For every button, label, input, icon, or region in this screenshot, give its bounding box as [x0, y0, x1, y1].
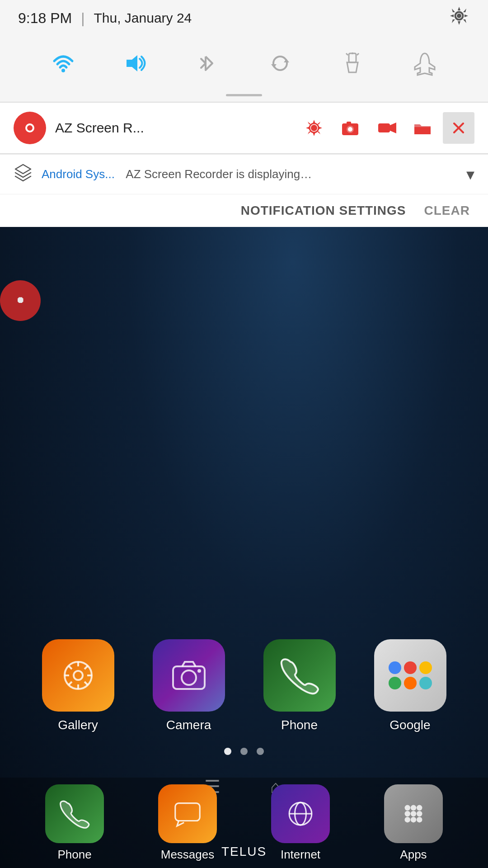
- quick-settings: [0, 36, 488, 90]
- chevron-down-icon[interactable]: ▾: [466, 165, 474, 184]
- settings-gear-icon[interactable]: [448, 5, 470, 31]
- az-screenshot-btn[interactable]: [334, 112, 366, 144]
- svg-rect-15: [175, 803, 200, 821]
- az-action-icons: [298, 112, 474, 144]
- gallery-icon: [42, 639, 114, 712]
- svg-point-22: [405, 811, 410, 816]
- az-settings-btn[interactable]: [298, 112, 330, 144]
- dock-apps-icon: [384, 784, 443, 843]
- app-gallery[interactable]: Gallery: [27, 639, 129, 732]
- carrier-name: TELUS: [221, 844, 267, 859]
- svg-point-30: [457, 14, 461, 18]
- az-folder-btn[interactable]: [407, 112, 438, 144]
- svg-rect-49: [378, 123, 390, 132]
- camera-label: Camera: [166, 718, 211, 732]
- status-time: 9:18 PM: [18, 10, 72, 27]
- svg-point-21: [417, 805, 422, 810]
- svg-point-25: [405, 817, 410, 822]
- page-dot-3[interactable]: [257, 748, 264, 755]
- svg-point-19: [405, 805, 410, 810]
- status-time-date: 9:18 PM | Thu, January 24: [18, 10, 192, 27]
- dock-messages-label: Messages: [161, 848, 215, 862]
- phone-icon: [263, 639, 336, 712]
- app-grid: Gallery Camera Phone: [0, 630, 488, 741]
- sys-app-name: Android Sys...: [42, 167, 115, 181]
- svg-marker-50: [390, 123, 396, 133]
- phone-grid-label: Phone: [281, 718, 318, 732]
- svg-point-13: [182, 670, 196, 685]
- google-label: Google: [389, 718, 430, 732]
- svg-line-9: [84, 682, 88, 685]
- app-camera[interactable]: Camera: [138, 639, 239, 732]
- az-app-icon: [14, 112, 46, 144]
- dock-phone-label: Phone: [57, 848, 91, 862]
- sys-text: Android Sys... AZ Screen Recorder is dis…: [42, 167, 457, 181]
- svg-point-26: [411, 817, 416, 822]
- az-floating-bubble[interactable]: ⏺: [0, 280, 41, 321]
- svg-rect-36: [349, 53, 356, 62]
- notification-clear-button[interactable]: CLEAR: [424, 203, 470, 218]
- dock-phone[interactable]: Phone: [18, 784, 131, 862]
- page-dots: [224, 748, 264, 755]
- qs-airplane[interactable]: [407, 45, 443, 81]
- qs-volume[interactable]: [117, 45, 154, 81]
- qs-flashlight[interactable]: [334, 45, 371, 81]
- svg-point-24: [417, 811, 422, 816]
- page-dot-2[interactable]: [240, 748, 248, 755]
- camera-icon: [153, 639, 225, 712]
- svg-point-43: [311, 125, 317, 131]
- sys-message: AZ Screen Recorder is displaying…: [126, 167, 312, 181]
- notification-settings-button[interactable]: NOTIFICATION SETTINGS: [241, 203, 406, 218]
- svg-point-31: [61, 69, 65, 72]
- svg-point-27: [417, 817, 422, 822]
- az-close-btn[interactable]: [443, 112, 474, 144]
- google-icon: [374, 639, 446, 712]
- svg-line-10: [84, 666, 88, 669]
- svg-point-47: [348, 127, 352, 132]
- notification-panel: 9:18 PM | Thu, January 24: [0, 0, 488, 227]
- app-phone[interactable]: Phone: [249, 639, 350, 732]
- svg-line-11: [69, 682, 72, 685]
- qs-wifi[interactable]: [45, 45, 81, 81]
- az-notification: AZ Screen R...: [0, 103, 488, 153]
- drag-handle[interactable]: [0, 90, 488, 102]
- svg-line-39: [357, 53, 359, 55]
- qs-bluetooth[interactable]: [190, 45, 226, 81]
- gallery-label: Gallery: [58, 718, 98, 732]
- dock-apps[interactable]: Apps: [357, 784, 470, 862]
- svg-rect-48: [347, 122, 351, 124]
- az-record-btn[interactable]: [371, 112, 402, 144]
- svg-point-42: [27, 125, 33, 131]
- svg-marker-53: [15, 165, 31, 174]
- qs-sync[interactable]: [262, 45, 298, 81]
- svg-point-23: [411, 811, 416, 816]
- dock-messages-icon: [158, 784, 217, 843]
- dock-internet-icon: [271, 784, 330, 843]
- sys-layers-icon: [14, 163, 33, 186]
- page-dot-1[interactable]: [224, 748, 231, 755]
- svg-line-8: [69, 666, 72, 669]
- dock-internet-label: Internet: [281, 848, 320, 862]
- status-bar: 9:18 PM | Thu, January 24: [0, 0, 488, 36]
- svg-text:⏺: ⏺: [16, 295, 25, 305]
- svg-line-38: [346, 53, 348, 55]
- sys-notification: Android Sys... AZ Screen Recorder is dis…: [0, 154, 488, 194]
- drag-handle-line: [226, 94, 262, 96]
- svg-point-14: [197, 669, 201, 673]
- svg-point-20: [411, 805, 416, 810]
- svg-marker-32: [127, 55, 137, 71]
- az-app-name: AZ Screen R...: [55, 120, 289, 136]
- notification-actions: NOTIFICATION SETTINGS CLEAR: [0, 194, 488, 227]
- status-date: Thu, January 24: [94, 10, 192, 26]
- svg-point-3: [74, 671, 83, 680]
- dock-apps-label: Apps: [400, 848, 427, 862]
- status-divider: |: [81, 10, 84, 27]
- dock-phone-icon: [45, 784, 104, 843]
- app-google[interactable]: Google: [359, 639, 461, 732]
